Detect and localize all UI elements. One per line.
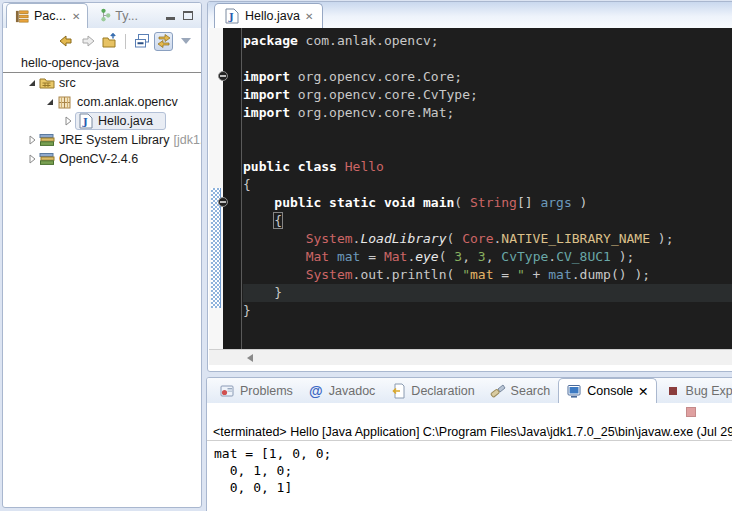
editor-horizontal-scrollbar[interactable] bbox=[209, 349, 732, 365]
tree-item-content: hello-opencv-java bbox=[21, 56, 119, 70]
java-file-icon: J bbox=[78, 113, 94, 129]
code-line[interactable]: System.LoadLibrary( Core.NATIVE_LIBRARY_… bbox=[243, 230, 732, 248]
back-icon bbox=[58, 33, 74, 49]
editor-tabbar: J Hello.java ✕ bbox=[208, 2, 732, 28]
tree-item-hello-opencv-java[interactable]: hello-opencv-java bbox=[3, 54, 201, 73]
code-line[interactable]: { bbox=[243, 176, 732, 194]
svg-text:J: J bbox=[228, 11, 234, 22]
arrow-expanded-icon[interactable] bbox=[43, 97, 57, 107]
code-token: import bbox=[243, 69, 290, 84]
code-token: mat bbox=[337, 249, 360, 264]
package-folder-icon bbox=[39, 75, 55, 91]
code-token: ( bbox=[447, 231, 463, 246]
tree-item-decoration: [jdk1.7.0 bbox=[173, 133, 202, 147]
tree-item-label: hello-opencv-java bbox=[21, 56, 119, 70]
tab-package-explorer[interactable]: Pac... ✕ bbox=[6, 3, 88, 28]
tab-search[interactable]: Search bbox=[483, 378, 558, 403]
tab-hello-java[interactable]: J Hello.java ✕ bbox=[214, 3, 323, 28]
code-token bbox=[243, 249, 306, 264]
console-output[interactable]: mat = [1, 0, 0; 0, 1, 0; 0, 0, 1] bbox=[207, 441, 732, 496]
code-token: NATIVE_LIBRARY_NAME bbox=[501, 231, 650, 246]
arrow-collapsed-icon[interactable] bbox=[25, 135, 39, 145]
tree-item-opencv-2-4-6[interactable]: OpenCV-2.4.6 bbox=[3, 149, 201, 168]
code-line[interactable]: public static void main( String[] args ) bbox=[243, 194, 732, 212]
tab-problems[interactable]: Problems bbox=[212, 378, 300, 403]
tree-item-content: src bbox=[39, 75, 76, 91]
code-token: CvType bbox=[501, 249, 548, 264]
tab-javadoc[interactable]: @Javadoc bbox=[301, 378, 383, 403]
code-line[interactable] bbox=[243, 122, 732, 140]
tab-bug-explorer[interactable]: Bug Explorer bbox=[658, 378, 732, 403]
code-token: " bbox=[462, 267, 470, 282]
code-line[interactable]: } bbox=[243, 302, 732, 320]
arrow-collapsed-icon[interactable] bbox=[61, 116, 75, 126]
code-token: . bbox=[548, 249, 556, 264]
forward-icon bbox=[80, 33, 96, 49]
code-token: { bbox=[243, 177, 251, 192]
tree-item-content: com.anlak.opencv bbox=[57, 94, 178, 110]
code-line[interactable] bbox=[243, 50, 732, 68]
code-token bbox=[243, 267, 306, 282]
code-line[interactable]: System.out.println( "mat = " + mat.dump(… bbox=[243, 266, 732, 284]
code-token: LoadLibrary bbox=[360, 231, 446, 246]
code-line[interactable]: import org.opencv.core.Mat; bbox=[243, 104, 732, 122]
java-file-icon: J bbox=[224, 8, 240, 24]
tree-item-label: OpenCV-2.4.6 bbox=[59, 152, 138, 166]
code-line[interactable]: public class Hello bbox=[243, 158, 732, 176]
fold-collapse-icon[interactable] bbox=[218, 71, 228, 81]
javadoc-icon: @ bbox=[308, 383, 324, 399]
close-icon[interactable]: ✕ bbox=[72, 11, 80, 22]
tree-item-content: OpenCV-2.4.6 bbox=[39, 151, 138, 167]
code-line[interactable]: package com.anlak.opencv; bbox=[243, 32, 732, 50]
view-menu-button[interactable] bbox=[176, 32, 195, 51]
tree-item-hello-java[interactable]: JHello.java bbox=[3, 111, 201, 130]
link-with-editor-toggle[interactable] bbox=[154, 32, 173, 51]
arrow-collapsed-icon[interactable] bbox=[25, 154, 39, 164]
code-line[interactable]: { bbox=[243, 212, 732, 230]
maximize-icon[interactable] bbox=[183, 11, 193, 20]
chevron-down-icon bbox=[181, 38, 191, 44]
tab-type-hierarchy-label: Ty... bbox=[115, 9, 138, 23]
code-token: ( bbox=[439, 249, 455, 264]
code-token: ) bbox=[572, 195, 588, 210]
collapse-all-button[interactable] bbox=[132, 32, 151, 51]
go-up-button[interactable] bbox=[100, 32, 119, 51]
back-button[interactable] bbox=[56, 32, 75, 51]
console-status-line: <terminated> Hello [Java Application] C:… bbox=[207, 423, 732, 441]
console-tab-label: Console bbox=[587, 384, 633, 398]
code-area[interactable]: package com.anlak.opencv;import org.open… bbox=[243, 32, 732, 320]
fold-collapse-icon[interactable] bbox=[218, 197, 228, 207]
tree-item-label: com.anlak.opencv bbox=[77, 95, 178, 109]
minimize-icon[interactable] bbox=[166, 11, 175, 20]
close-icon[interactable]: ✕ bbox=[305, 11, 313, 22]
package-explorer-icon bbox=[14, 8, 30, 24]
scroll-left-arrow-icon[interactable] bbox=[247, 354, 253, 362]
code-line[interactable]: } bbox=[243, 284, 732, 302]
code-token: public class bbox=[243, 159, 337, 174]
terminate-icon[interactable] bbox=[686, 407, 696, 417]
code-token bbox=[243, 213, 274, 228]
code-token: = bbox=[493, 267, 516, 282]
forward-button[interactable] bbox=[78, 32, 97, 51]
package-explorer-panel: Pac... ✕ Ty... hello-opencv-javasrccom.a… bbox=[2, 2, 202, 508]
code-line[interactable] bbox=[243, 140, 732, 158]
code-token: CV_8UC1 bbox=[556, 249, 611, 264]
tab-type-hierarchy[interactable]: Ty... bbox=[88, 3, 145, 28]
console-icon bbox=[566, 383, 582, 399]
tree-item-com-anlak-opencv[interactable]: com.anlak.opencv bbox=[3, 92, 201, 111]
code-line[interactable]: import org.opencv.core.CvType; bbox=[243, 86, 732, 104]
console-tab-label: Declaration bbox=[411, 384, 474, 398]
arrow-expanded-icon[interactable] bbox=[25, 78, 39, 88]
close-icon[interactable]: ✕ bbox=[638, 384, 648, 399]
code-editor[interactable]: package com.anlak.opencv;import org.open… bbox=[209, 28, 732, 349]
code-line[interactable]: import org.opencv.core.Core; bbox=[243, 68, 732, 86]
code-line[interactable]: Mat mat = Mat.eye( 3, 3, CvType.CV_8UC1 … bbox=[243, 248, 732, 266]
tab-declaration[interactable]: Declaration bbox=[383, 378, 481, 403]
code-token: ); bbox=[650, 231, 673, 246]
editor-panel: J Hello.java ✕ package com.anlak.opencv;… bbox=[207, 1, 732, 372]
tree-item-src[interactable]: src bbox=[3, 73, 201, 92]
tree-item-jre-system-library[interactable]: JRE System Library [jdk1.7.0 bbox=[3, 130, 201, 149]
code-token: 3 bbox=[454, 249, 462, 264]
package-explorer-tabbar: Pac... ✕ Ty... bbox=[3, 3, 201, 28]
tab-console[interactable]: Console✕ bbox=[558, 378, 656, 403]
